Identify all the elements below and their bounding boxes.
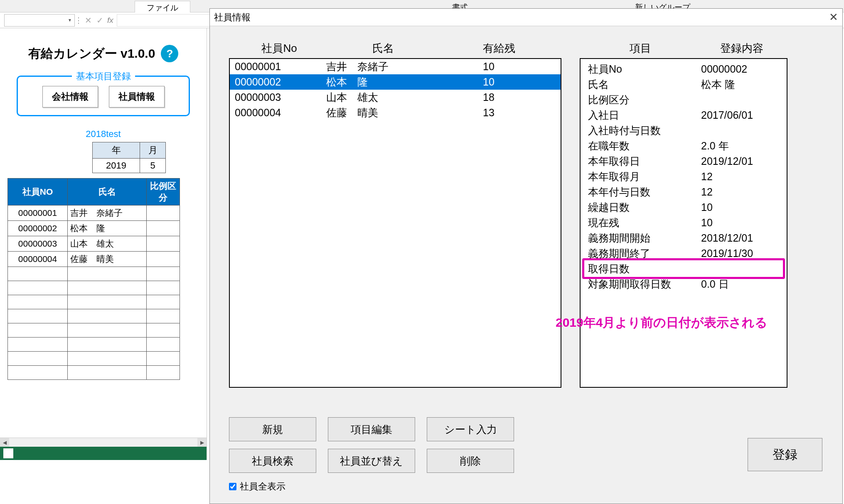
employee-listbox[interactable]: 00000001吉井 奈緒子1000000002松本 隆1000000003山本… bbox=[229, 58, 561, 388]
th-emp-no: 社員NO bbox=[8, 179, 68, 206]
sheet-input-button[interactable]: シート入力 bbox=[427, 417, 514, 441]
table-row[interactable] bbox=[8, 309, 180, 323]
edit-button[interactable]: 項目編集 bbox=[328, 417, 415, 441]
show-all-checkbox[interactable] bbox=[229, 483, 236, 490]
detail-line: 氏名松本 隆 bbox=[588, 77, 779, 92]
sheet-panel: 有給カレンダー v1.0.0 ? 基本項目登録 会社情報 社員情報 2018te… bbox=[0, 28, 207, 460]
mini-value-year[interactable]: 2019 bbox=[93, 159, 140, 173]
detail-line: 義務期間開始2018/12/01 bbox=[588, 230, 779, 246]
detail-header-content: 登録内容 bbox=[699, 41, 785, 56]
mini-header-year: 年 bbox=[93, 142, 140, 159]
mini-value-month[interactable]: 5 bbox=[140, 159, 166, 173]
register-button[interactable]: 登録 bbox=[748, 438, 822, 471]
detail-line: 社員No00000002 bbox=[588, 61, 779, 77]
year-label: 2018test bbox=[0, 129, 207, 139]
table-row[interactable] bbox=[8, 295, 180, 309]
confirm-icon[interactable]: ✓ bbox=[94, 15, 106, 26]
show-all-label: 社員全表示 bbox=[240, 480, 285, 493]
cancel-icon[interactable]: ✕ bbox=[82, 15, 94, 26]
name-box[interactable]: ▼ bbox=[4, 14, 75, 27]
detail-line: 入社日2017/06/01 bbox=[588, 108, 779, 123]
delete-button[interactable]: 削除 bbox=[427, 449, 514, 473]
company-info-button[interactable]: 会社情報 bbox=[42, 86, 98, 108]
annotation-text: 2019年4月より前の日付が表示される bbox=[556, 314, 768, 331]
detail-line: 入社時付与日数 bbox=[588, 123, 779, 138]
detail-header-item: 項目 bbox=[582, 41, 699, 56]
table-row[interactable] bbox=[8, 366, 180, 380]
detail-line: 取得日数 bbox=[588, 261, 779, 276]
detail-line: 本年取得日2019/12/01 bbox=[588, 154, 779, 169]
status-bar bbox=[0, 447, 207, 460]
search-button[interactable]: 社員検索 bbox=[229, 449, 316, 473]
list-item[interactable]: 00000003山本 雄太18 bbox=[230, 90, 561, 105]
fieldset-legend: 基本項目登録 bbox=[72, 70, 135, 83]
separator-icon: ⋮ bbox=[75, 16, 82, 25]
th-emp-name: 氏名 bbox=[68, 179, 147, 206]
dropdown-icon: ▼ bbox=[68, 18, 72, 22]
th-emp-div: 比例区分 bbox=[147, 179, 180, 206]
close-icon[interactable]: ✕ bbox=[829, 11, 838, 24]
employee-table: 社員NO 氏名 比例区分 00000001吉井 奈緒子00000002松本 隆0… bbox=[7, 178, 180, 380]
table-row[interactable] bbox=[8, 338, 180, 352]
list-header-no: 社員No bbox=[231, 41, 327, 56]
table-row[interactable] bbox=[8, 323, 180, 338]
detail-line: 現在残10 bbox=[588, 215, 779, 230]
help-icon[interactable]: ? bbox=[161, 45, 178, 62]
year-month-table: 年 月 2019 5 bbox=[92, 142, 166, 173]
table-row[interactable]: 00000003山本 雄太 bbox=[8, 236, 180, 252]
list-header-name: 氏名 bbox=[327, 41, 439, 56]
detail-line: 在職年数2.0 年 bbox=[588, 138, 779, 154]
employee-info-button[interactable]: 社員情報 bbox=[109, 86, 165, 108]
fieldset-basic: 基本項目登録 会社情報 社員情報 bbox=[17, 76, 190, 116]
list-item[interactable]: 00000001吉井 奈緒子10 bbox=[230, 59, 561, 74]
table-row[interactable] bbox=[8, 267, 180, 281]
dialog-title: 社員情報 bbox=[214, 11, 251, 24]
dialog-titlebar: 社員情報 ✕ bbox=[210, 9, 842, 26]
table-row[interactable] bbox=[8, 352, 180, 366]
new-button[interactable]: 新規 bbox=[229, 417, 316, 441]
sort-button[interactable]: 社員並び替え bbox=[328, 449, 415, 473]
employee-info-dialog: 社員情報 ✕ 社員No 氏名 有給残 00000001吉井 奈緒子1000000… bbox=[209, 8, 843, 504]
table-row[interactable]: 00000001吉井 奈緒子 bbox=[8, 206, 180, 221]
mini-header-month: 月 bbox=[140, 142, 166, 159]
page-title: 有給カレンダー v1.0.0 bbox=[28, 45, 155, 62]
detail-line: 本年付与日数12 bbox=[588, 184, 779, 200]
detail-line: 対象期間取得日数0.0 日 bbox=[588, 276, 779, 292]
table-row[interactable]: 00000004佐藤 晴美 bbox=[8, 252, 180, 267]
sheet-icon[interactable] bbox=[3, 448, 13, 458]
detail-box: 社員No00000002氏名松本 隆比例区分入社日2017/06/01入社時付与… bbox=[580, 58, 787, 388]
scroll-left-icon[interactable]: ◀ bbox=[0, 438, 9, 447]
table-row[interactable]: 00000002松本 隆 bbox=[8, 221, 180, 236]
list-header-remain: 有給残 bbox=[439, 41, 559, 56]
detail-line: 比例区分 bbox=[588, 92, 779, 108]
list-item[interactable]: 00000004佐藤 晴美13 bbox=[230, 105, 561, 120]
table-row[interactable] bbox=[8, 281, 180, 295]
detail-line: 義務期間終了2019/11/30 bbox=[588, 246, 779, 261]
list-item[interactable]: 00000002松本 隆10 bbox=[230, 74, 561, 90]
scroll-right-icon[interactable]: ▶ bbox=[197, 438, 207, 447]
horizontal-scrollbar[interactable]: ◀ ▶ bbox=[0, 438, 207, 447]
detail-line: 本年取得月12 bbox=[588, 169, 779, 184]
fx-icon[interactable]: fx bbox=[107, 16, 113, 25]
detail-line: 繰越日数10 bbox=[588, 200, 779, 215]
